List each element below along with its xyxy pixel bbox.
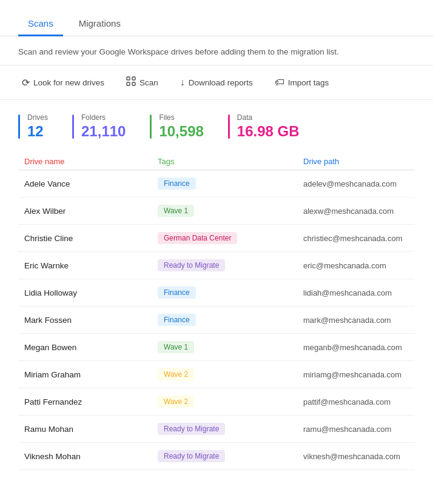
table-row[interactable]: Alex WilberWave 1alexw@meshcanada.com — [18, 197, 415, 225]
cell-drive-path: adelev@meshcanada.com — [303, 179, 409, 188]
table-row[interactable]: Patti FernandezWave 2pattif@meshcanada.c… — [18, 388, 415, 416]
table-body: Adele VanceFinanceadelev@meshcanada.comA… — [18, 170, 415, 470]
table-row[interactable]: Miriam GrahamWave 2miriamg@meshcanada.co… — [18, 361, 415, 388]
table-row[interactable]: Adele VanceFinanceadelev@meshcanada.com — [18, 170, 415, 197]
table-header: Drive name Tags Drive path — [18, 151, 415, 170]
header-name: Drive name — [24, 157, 158, 166]
toolbar: ⟳ Look for new drives Scan ↓ Download re… — [0, 65, 433, 100]
cell-drive-path: alexw@meshcanada.com — [303, 207, 409, 216]
stat-drives: Drives 12 — [18, 113, 72, 140]
table-row[interactable]: Lidia HollowayFinancelidiah@meshcanada.c… — [18, 279, 415, 307]
table-row[interactable]: Mark FossenFinancemark@meshcanada.com — [18, 307, 415, 334]
download-reports-label: Download reports — [189, 78, 253, 87]
tag-badge: Wave 1 — [158, 341, 194, 353]
table-row[interactable]: Eric WarnkeReady to Migrateeric@meshcana… — [18, 252, 415, 279]
stat-files-value: 10,598 — [159, 123, 203, 140]
scan-icon — [126, 76, 136, 88]
drives-table: Drive name Tags Drive path Adele VanceFi… — [0, 151, 433, 470]
stats-row: Drives 12 Folders 21,110 Files 10,598 Da… — [0, 100, 433, 151]
cell-tag: Finance — [158, 314, 303, 326]
cell-tag: German Data Center — [158, 232, 303, 244]
import-tags-label: Import tags — [288, 78, 329, 87]
import-tags-icon: 🏷 — [275, 77, 284, 88]
cell-drive-name: Lidia Holloway — [24, 288, 158, 297]
cell-tag: Wave 2 — [158, 368, 303, 380]
stat-files-bar — [150, 114, 152, 139]
cell-tag: Finance — [158, 177, 303, 190]
stat-folders-content: Folders 21,110 — [81, 113, 126, 140]
tab-migrations[interactable]: Migrations — [69, 11, 130, 36]
scan-button[interactable]: Scan — [123, 74, 162, 91]
tag-badge: Finance — [158, 287, 196, 299]
cell-drive-name: Viknesh Mohan — [24, 452, 158, 461]
table-row[interactable]: Viknesh MohanReady to Migrateviknesh@mes… — [18, 443, 415, 470]
stat-files-label: Files — [159, 113, 203, 122]
cell-drive-path: ramu@meshcanada.com — [303, 425, 409, 434]
cell-drive-name: Miriam Graham — [24, 370, 158, 379]
stat-drives-value: 12 — [27, 123, 48, 140]
cell-drive-path: meganb@meshcanada.com — [303, 343, 409, 352]
tab-migrations-label: Migrations — [79, 18, 121, 28]
cell-drive-name: Eric Warnke — [24, 261, 158, 270]
stat-drives-label: Drives — [27, 113, 48, 122]
stat-data-value: 16.98 GB — [237, 123, 300, 140]
stat-files-content: Files 10,598 — [159, 113, 203, 140]
look-for-drives-icon: ⟳ — [22, 77, 30, 88]
tabs-container: Scans Migrations — [0, 0, 433, 36]
cell-tag: Wave 2 — [158, 396, 303, 408]
stat-data: Data 16.98 GB — [228, 113, 324, 140]
description-text: Scan and review your Google Workspace dr… — [18, 47, 339, 56]
tag-badge: Finance — [158, 177, 196, 190]
svg-rect-1 — [132, 77, 135, 80]
cell-drive-path: pattif@meshcanada.com — [303, 397, 409, 406]
stat-drives-bar — [18, 114, 20, 139]
table-row[interactable]: Ramu MohanReady to Migrateramu@meshcanad… — [18, 416, 415, 443]
cell-tag: Ready to Migrate — [158, 423, 303, 435]
stat-data-label: Data — [237, 113, 300, 122]
cell-tag: Ready to Migrate — [158, 450, 303, 462]
cell-tag: Wave 1 — [158, 341, 303, 353]
cell-tag: Ready to Migrate — [158, 259, 303, 271]
cell-tag: Finance — [158, 287, 303, 299]
svg-rect-2 — [127, 82, 130, 85]
cell-drive-path: viknesh@meshcanada.com — [303, 452, 409, 461]
cell-drive-path: miriamg@meshcanada.com — [303, 370, 409, 379]
cell-drive-path: lidiah@meshcanada.com — [303, 288, 409, 297]
stat-drives-content: Drives 12 — [27, 113, 48, 140]
cell-drive-path: christiec@meshcanada.com — [303, 234, 409, 243]
download-reports-button[interactable]: ↓ Download reports — [176, 75, 257, 90]
cell-drive-name: Megan Bowen — [24, 343, 158, 352]
tag-badge: Wave 2 — [158, 396, 194, 408]
look-for-drives-label: Look for new drives — [33, 78, 104, 87]
table-row[interactable]: Christie ClineGerman Data Centerchristie… — [18, 225, 415, 252]
stat-folders-value: 21,110 — [81, 123, 126, 140]
cell-drive-name: Adele Vance — [24, 179, 158, 188]
cell-drive-name: Patti Fernandez — [24, 397, 158, 406]
cell-drive-name: Alex Wilber — [24, 207, 158, 216]
svg-rect-0 — [127, 77, 130, 80]
tag-badge: German Data Center — [158, 232, 237, 244]
tag-badge: Finance — [158, 314, 196, 326]
cell-drive-name: Mark Fossen — [24, 316, 158, 325]
tag-badge: Ready to Migrate — [158, 450, 225, 462]
cell-drive-path: mark@meshcanada.com — [303, 316, 409, 325]
header-path: Drive path — [303, 157, 409, 166]
import-tags-button[interactable]: 🏷 Import tags — [271, 75, 333, 90]
look-for-drives-button[interactable]: ⟳ Look for new drives — [18, 75, 108, 91]
page-description: Scan and review your Google Workspace dr… — [0, 36, 433, 65]
cell-tag: Wave 1 — [158, 205, 303, 217]
cell-drive-name: Ramu Mohan — [24, 425, 158, 434]
stat-files: Files 10,598 — [150, 113, 227, 140]
table-row[interactable]: Megan BowenWave 1meganb@meshcanada.com — [18, 334, 415, 361]
tab-scans[interactable]: Scans — [18, 11, 63, 36]
scan-label: Scan — [139, 78, 158, 87]
tab-scans-label: Scans — [28, 18, 53, 28]
stat-data-content: Data 16.98 GB — [237, 113, 300, 140]
tag-badge: Wave 1 — [158, 205, 194, 217]
stat-folders-bar — [72, 114, 74, 139]
header-tags: Tags — [158, 157, 303, 166]
stat-folders: Folders 21,110 — [72, 113, 150, 140]
tag-badge: Ready to Migrate — [158, 259, 225, 271]
tag-badge: Ready to Migrate — [158, 423, 225, 435]
cell-drive-name: Christie Cline — [24, 234, 158, 243]
